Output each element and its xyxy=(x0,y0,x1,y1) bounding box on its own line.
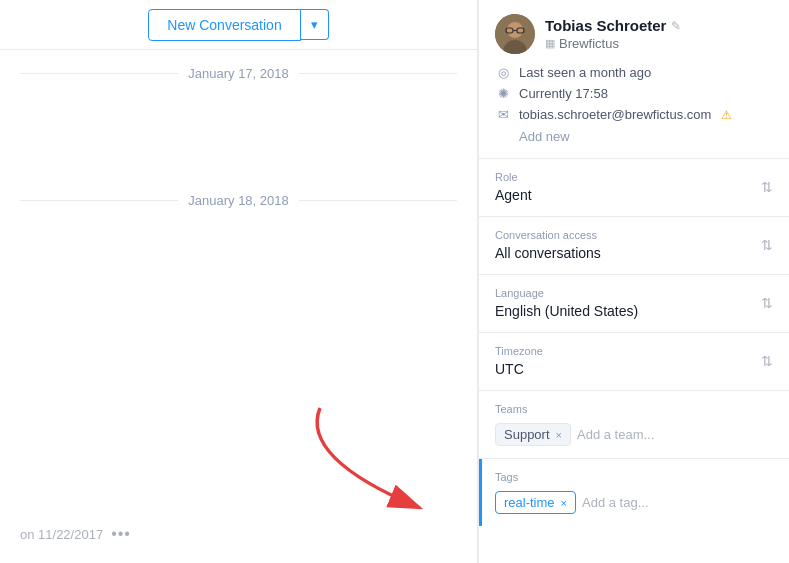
conversation-access-chevron[interactable]: ⇅ xyxy=(761,237,773,253)
avatar-image xyxy=(495,14,535,54)
top-bar: New Conversation ▾ xyxy=(0,0,477,50)
email-icon: ✉ xyxy=(495,107,511,122)
add-new-link[interactable]: Add new xyxy=(495,125,773,148)
left-panel: New Conversation ▾ January 17, 2018 Janu… xyxy=(0,0,478,563)
language-value: English (United States) xyxy=(495,303,638,319)
last-seen-row: ◎ Last seen a month ago xyxy=(495,62,773,83)
new-conversation-dropdown-button[interactable]: ▾ xyxy=(301,9,329,40)
role-row: Role Agent ⇅ xyxy=(495,171,773,204)
current-time-text: Currently 17:58 xyxy=(519,86,608,101)
role-content: Role Agent xyxy=(495,171,532,204)
email-row: ✉ tobias.schroeter@brewfictus.com ⚠ xyxy=(495,104,773,125)
new-conversation-button[interactable]: New Conversation xyxy=(148,9,300,41)
email-text: tobias.schroeter@brewfictus.com xyxy=(519,107,711,122)
language-label: Language xyxy=(495,287,638,299)
language-content: Language English (United States) xyxy=(495,287,638,320)
current-time-row: ✺ Currently 17:58 xyxy=(495,83,773,104)
divider-line-3 xyxy=(20,200,178,201)
company-name: Brewfictus xyxy=(559,36,619,51)
contact-header: Tobias Schroeter ✎ ▦ Brewfictus ◎ Last s… xyxy=(479,0,789,159)
contact-info: Tobias Schroeter ✎ ▦ Brewfictus xyxy=(545,17,681,51)
teams-section: Teams Support × Add a team... xyxy=(479,391,789,459)
divider-line xyxy=(20,73,178,74)
bottom-area: on 11/22/2017 ••• xyxy=(20,525,131,543)
contact-company: ▦ Brewfictus xyxy=(545,36,681,51)
date-label-2: January 18, 2018 xyxy=(188,193,288,208)
divider-line-4 xyxy=(299,200,457,201)
sun-icon: ✺ xyxy=(495,86,511,101)
tags-label: Tags xyxy=(495,471,773,483)
add-tag-link[interactable]: Add a tag... xyxy=(582,495,649,510)
timezone-value: UTC xyxy=(495,361,524,377)
role-chevron[interactable]: ⇅ xyxy=(761,179,773,195)
contact-name-row: Tobias Schroeter ✎ xyxy=(545,17,681,34)
clock-icon: ◎ xyxy=(495,65,511,80)
language-row: Language English (United States) ⇅ xyxy=(495,287,773,320)
date-label-1: January 17, 2018 xyxy=(188,66,288,81)
avatar xyxy=(495,14,535,54)
conversation-access-section: Conversation access All conversations ⇅ xyxy=(479,217,789,275)
language-chevron[interactable]: ⇅ xyxy=(761,295,773,311)
tag-chip-label: real-time xyxy=(504,495,555,510)
team-chip-label: Support xyxy=(504,427,550,442)
teams-chips: Support × Add a team... xyxy=(495,423,773,446)
contact-meta: ◎ Last seen a month ago ✺ Currently 17:5… xyxy=(495,62,773,148)
contact-top: Tobias Schroeter ✎ ▦ Brewfictus xyxy=(495,14,773,54)
timezone-section: Timezone UTC ⇅ xyxy=(479,333,789,391)
email-warning-icon: ⚠ xyxy=(721,108,732,122)
conversation-access-row: Conversation access All conversations ⇅ xyxy=(495,229,773,262)
tag-chip-realtime: real-time × xyxy=(495,491,576,514)
right-panel: Tobias Schroeter ✎ ▦ Brewfictus ◎ Last s… xyxy=(478,0,789,563)
last-seen-text: Last seen a month ago xyxy=(519,65,651,80)
team-chip-support: Support × xyxy=(495,423,571,446)
more-options-button[interactable]: ••• xyxy=(111,525,131,543)
teams-label: Teams xyxy=(495,403,773,415)
add-team-link[interactable]: Add a team... xyxy=(577,427,654,442)
tags-chips: real-time × Add a tag... xyxy=(495,491,773,514)
edit-contact-icon[interactable]: ✎ xyxy=(671,19,681,33)
conversation-access-value: All conversations xyxy=(495,245,601,261)
red-arrow-indicator xyxy=(280,398,478,528)
tag-chip-close-button[interactable]: × xyxy=(561,497,567,509)
date-divider-1: January 17, 2018 xyxy=(0,50,477,97)
chevron-down-icon: ▾ xyxy=(311,17,318,32)
contact-name: Tobias Schroeter xyxy=(545,17,666,34)
team-chip-close-button[interactable]: × xyxy=(556,429,562,441)
role-label: Role xyxy=(495,171,532,183)
date-divider-2: January 18, 2018 xyxy=(0,177,477,224)
role-value: Agent xyxy=(495,187,532,203)
company-icon: ▦ xyxy=(545,37,555,50)
role-section: Role Agent ⇅ xyxy=(479,159,789,217)
language-section: Language English (United States) ⇅ xyxy=(479,275,789,333)
tags-section: Tags real-time × Add a tag... xyxy=(479,459,789,526)
timezone-row: Timezone UTC ⇅ xyxy=(495,345,773,378)
timezone-label: Timezone xyxy=(495,345,543,357)
timezone-chevron[interactable]: ⇅ xyxy=(761,353,773,369)
divider-line-2 xyxy=(299,73,457,74)
bottom-date-text: on 11/22/2017 xyxy=(20,527,103,542)
timezone-content: Timezone UTC xyxy=(495,345,543,378)
conversation-access-content: Conversation access All conversations xyxy=(495,229,601,262)
conversation-access-label: Conversation access xyxy=(495,229,601,241)
